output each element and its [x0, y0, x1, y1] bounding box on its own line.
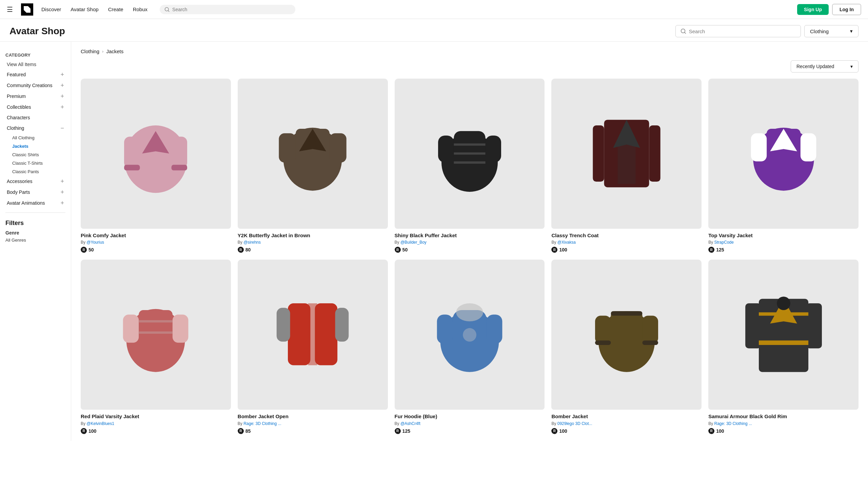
sidebar-divider — [5, 212, 65, 213]
category-dropdown[interactable]: Clothing ▾ — [804, 25, 859, 37]
item-name: Samurai Armour Black Gold Rim — [708, 413, 859, 420]
sidebar-view-all[interactable]: View All Items — [5, 60, 65, 69]
nav-discover[interactable]: Discover — [41, 6, 61, 12]
item-image — [238, 79, 388, 229]
robux-icon: R — [238, 247, 244, 253]
items-grid: Pink Comfy Jacket By @Yourius R 50 Y2K B… — [81, 79, 859, 434]
item-price: R 85 — [238, 428, 388, 434]
item-name: Y2K Butterfly Jacket in Brown — [238, 232, 388, 239]
item-card[interactable]: Classy Trench Coat By @Xivaksa R 100 — [551, 79, 702, 253]
nav-search-input[interactable] — [172, 7, 291, 12]
header-search-group: Clothing ▾ — [675, 25, 859, 37]
sidebar-sub-classic-tshirts[interactable]: Classic T-Shirts — [9, 159, 65, 167]
nav-actions: Sign Up Log In — [797, 4, 861, 15]
sidebar-item-featured[interactable]: Featured + — [5, 69, 65, 80]
sidebar-item-accessories[interactable]: Accessories + — [5, 176, 65, 187]
item-price-value: 125 — [402, 428, 410, 434]
category-section-title: Category — [5, 53, 65, 58]
page-header: Avatar Shop Clothing ▾ — [0, 19, 868, 42]
item-price-value: 50 — [402, 247, 408, 252]
sidebar-item-collectibles[interactable]: Collectibles + — [5, 102, 65, 113]
item-price-value: 100 — [88, 428, 96, 434]
item-name: Bomber Jacket — [551, 413, 702, 420]
breadcrumb-clothing[interactable]: Clothing — [81, 48, 99, 54]
nav-avatar-shop[interactable]: Avatar Shop — [71, 6, 98, 12]
sidebar-item-avatar-animations[interactable]: Avatar Animations + — [5, 198, 65, 208]
sidebar-item-characters[interactable]: Characters — [5, 113, 65, 123]
sidebar-item-premium[interactable]: Premium + — [5, 91, 65, 102]
login-button[interactable]: Log In — [832, 4, 861, 15]
item-card[interactable]: Red Plaid Varsity Jacket By @KelvinBlues… — [81, 260, 231, 434]
item-price: R 100 — [551, 247, 702, 253]
svg-rect-14 — [279, 134, 296, 163]
nav-robux[interactable]: Robux — [133, 6, 147, 12]
svg-rect-56 — [642, 340, 658, 345]
item-creator: By @sirehns — [238, 240, 388, 245]
signup-button[interactable]: Sign Up — [797, 4, 829, 15]
robux-icon: R — [238, 428, 244, 434]
item-card[interactable]: Fur Hoodie (Blue) By @AshCr4ft R 125 — [395, 260, 545, 434]
sidebar-sub-classic-pants[interactable]: Classic Pants — [9, 167, 65, 176]
svg-rect-31 — [751, 134, 766, 162]
item-name: Shiny Black Puffer Jacket — [395, 232, 545, 239]
svg-point-2 — [681, 29, 685, 33]
page-title: Avatar Shop — [9, 26, 65, 37]
item-price: R 80 — [238, 247, 388, 253]
nav-search-bar[interactable] — [160, 5, 295, 14]
item-card[interactable]: Pink Comfy Jacket By @Yourius R 50 — [81, 79, 231, 253]
header-search-bar[interactable] — [675, 25, 801, 37]
header-search-input[interactable] — [689, 28, 796, 34]
sidebar-sub-jackets[interactable]: Jackets — [9, 142, 65, 150]
item-price: R 100 — [81, 428, 231, 434]
genre-value[interactable]: All Genres — [5, 238, 65, 243]
svg-rect-62 — [759, 340, 808, 345]
item-price-value: 125 — [716, 247, 724, 252]
svg-rect-60 — [806, 303, 822, 348]
sort-dropdown[interactable]: Recently Updated ▾ — [791, 60, 859, 73]
breadcrumb-separator: › — [102, 49, 103, 54]
item-card[interactable]: Samurai Armour Black Gold Rim By Rage: 3… — [708, 260, 859, 434]
content-area: Category View All Items Featured + Commu… — [0, 42, 868, 441]
hamburger-icon[interactable]: ☰ — [7, 5, 13, 14]
minus-icon-clothing: − — [60, 125, 64, 131]
item-card[interactable]: Top Varsity Jacket By StrapCode R 125 — [708, 79, 859, 253]
robux-icon: R — [708, 247, 714, 253]
item-creator: By StrapCode — [708, 240, 859, 245]
item-card[interactable]: Bomber Jacket Open By Rage: 3D Clothing … — [238, 260, 388, 434]
svg-point-16 — [309, 137, 316, 144]
item-creator: By Rage: 3D Clothing ... — [708, 421, 859, 426]
sidebar-item-community[interactable]: Community Creations + — [5, 80, 65, 91]
item-card[interactable]: Shiny Black Puffer Jacket By @Builder_Bo… — [395, 79, 545, 253]
header-search-icon — [680, 28, 686, 34]
svg-rect-15 — [330, 134, 347, 163]
item-card[interactable]: Bomber Jacket By 0929lego 3D Clot... R 1… — [551, 260, 702, 434]
robux-icon: R — [81, 247, 87, 253]
sidebar-sub-classic-shirts[interactable]: Classic Shirts — [9, 150, 65, 159]
nav-create[interactable]: Create — [108, 6, 123, 12]
sort-row: Recently Updated ▾ — [81, 60, 859, 73]
svg-rect-25 — [593, 125, 604, 182]
svg-rect-36 — [123, 314, 139, 343]
svg-rect-35 — [139, 310, 173, 348]
item-price-value: 50 — [88, 247, 94, 252]
item-image — [81, 260, 231, 410]
item-image — [238, 260, 388, 410]
sidebar-item-body-parts[interactable]: Body Parts + — [5, 187, 65, 198]
roblox-logo[interactable] — [21, 3, 33, 16]
filters-title: Filters — [5, 220, 65, 227]
item-name: Top Varsity Jacket — [708, 232, 859, 239]
item-image — [708, 79, 859, 229]
item-creator: By 0929lego 3D Clot... — [551, 421, 702, 426]
item-price-value: 100 — [559, 428, 567, 434]
item-image — [708, 260, 859, 410]
sidebar-sub-all-clothing[interactable]: All Clothing — [9, 134, 65, 142]
svg-rect-18 — [454, 131, 485, 170]
sidebar-item-clothing[interactable]: Clothing − — [5, 123, 65, 134]
item-price-value: 80 — [245, 247, 251, 252]
svg-rect-43 — [335, 308, 349, 342]
svg-rect-8 — [172, 137, 187, 168]
item-card[interactable]: Y2K Butterfly Jacket in Brown By @sirehn… — [238, 79, 388, 253]
item-image — [81, 79, 231, 229]
clothing-submenu: All Clothing Jackets Classic Shirts Clas… — [5, 134, 65, 176]
item-price: R 50 — [395, 247, 545, 253]
